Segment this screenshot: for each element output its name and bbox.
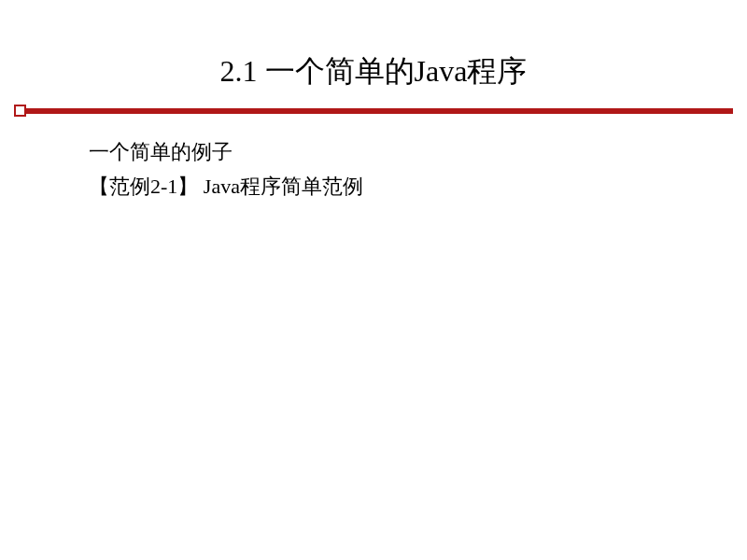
divider-line	[26, 108, 733, 114]
body-line-2: 【范例2-1】 Java程序简单范例	[89, 170, 747, 203]
title-container: 2.1 一个简单的Java程序	[0, 51, 747, 100]
content-area: 一个简单的例子 【范例2-1】 Java程序简单范例	[0, 135, 747, 203]
divider-square-icon	[14, 105, 26, 117]
slide-title: 2.1 一个简单的Java程序	[0, 51, 747, 100]
slide-container: 2.1 一个简单的Java程序 一个简单的例子 【范例2-1】 Java程序简单…	[0, 0, 747, 560]
body-line-1: 一个简单的例子	[89, 135, 747, 168]
divider	[0, 105, 747, 117]
